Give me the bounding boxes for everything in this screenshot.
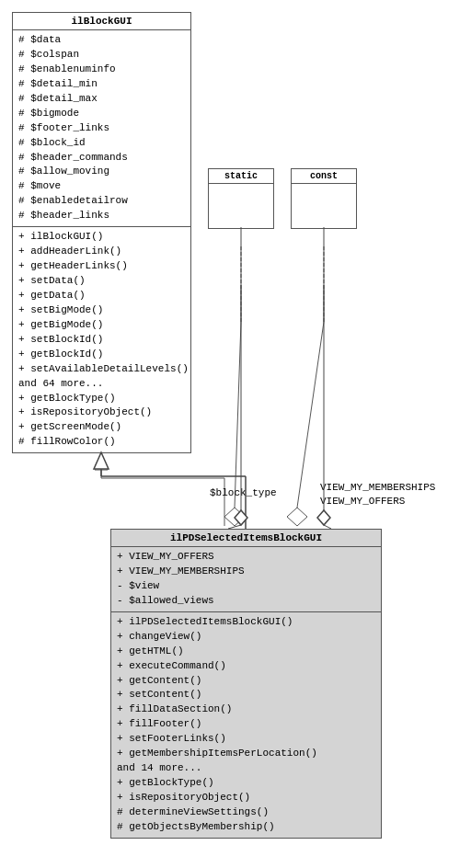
ilblockgui-attributes: # $data # $colspan # $enablenuminfo # $d… xyxy=(13,30,190,227)
ilblockgui-title: ilBlockGUI xyxy=(13,13,190,30)
ilpdselecteditemsblockgui-methods: + ilPDSelectedItemsBlockGUI() + changeVi… xyxy=(111,612,381,838)
static-box: static xyxy=(208,168,274,229)
ilpdselecteditemsblockgui-attributes: + VIEW_MY_OFFERS + VIEW_MY_MEMBERSHIPS -… xyxy=(111,547,381,612)
static-box-title: static xyxy=(209,169,273,184)
ilpdselecteditemsblockgui-box: ilPDSelectedItemsBlockGUI + VIEW_MY_OFFE… xyxy=(110,529,382,839)
const-box-title: const xyxy=(292,169,356,184)
diagram-container: ilBlockGUI # $data # $colspan # $enablen… xyxy=(0,0,471,868)
svg-marker-7 xyxy=(224,508,245,526)
const-box: const xyxy=(291,168,357,229)
ilblockgui-box: ilBlockGUI # $data # $colspan # $enablen… xyxy=(12,12,191,453)
ilblockgui-methods: + ilBlockGUI() + addHeaderLink() + getHe… xyxy=(13,227,190,452)
ilpdselecteditemsblockgui-title: ilPDSelectedItemsBlockGUI xyxy=(111,530,381,547)
view-labels: VIEW_MY_MEMBERSHIPS VIEW_MY_OFFERS xyxy=(320,481,435,509)
svg-line-10 xyxy=(235,322,241,508)
svg-marker-8 xyxy=(287,508,307,526)
block-type-label: $block_type xyxy=(210,487,277,498)
svg-marker-16 xyxy=(94,452,109,469)
static-box-body xyxy=(209,184,273,228)
svg-marker-3 xyxy=(95,458,108,470)
svg-line-12 xyxy=(297,322,324,508)
const-box-body xyxy=(292,184,356,228)
svg-marker-19 xyxy=(235,510,247,525)
svg-marker-20 xyxy=(317,510,330,525)
